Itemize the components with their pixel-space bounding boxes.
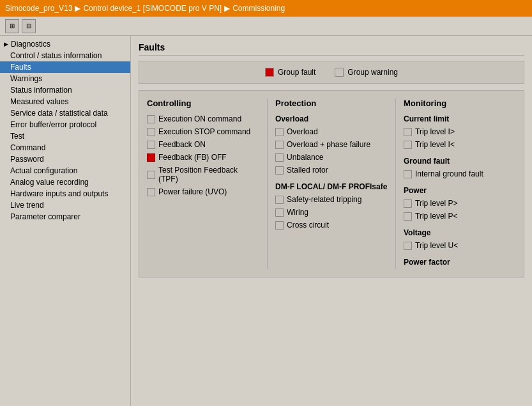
group-warning-label: Group warning — [347, 68, 398, 77]
content-area: Faults Group fault Group warning Control… — [131, 36, 532, 406]
sidebar-item-label: Hardware inputs and outputs — [10, 189, 108, 198]
sidebar-item-actual-configuration[interactable]: Actual configuration — [0, 165, 130, 176]
fault-label-overload: Overload — [287, 127, 318, 136]
sidebar-item-label: Faults — [10, 63, 31, 72]
ground-fault-title: Ground fault — [404, 157, 516, 166]
protection-column: Protection Overload Overload Overload + … — [275, 98, 388, 269]
breadcrumb-sep2: ▶ — [224, 4, 230, 13]
breadcrumb-bar: Simocode_pro_V13 ▶ Control device_1 [SiM… — [0, 0, 532, 17]
sidebar-item-service-data[interactable]: Service data / statistical data — [0, 107, 130, 119]
breadcrumb-part2: Control device_1 [SiMOCODE pro V PN] — [83, 4, 222, 13]
sidebar-item-faults[interactable]: Faults — [0, 61, 130, 73]
overload-subsection-title: Overload — [275, 114, 388, 123]
sidebar-item-measured-values[interactable]: Measured values — [0, 96, 130, 107]
fault-checkbox-exec-on[interactable] — [147, 115, 155, 123]
fault-item-trip-level-u-lt: Trip level U< — [404, 240, 516, 251]
fault-item-test-position: Test Position Feedback (TPF) — [147, 164, 259, 185]
fault-checkbox-safety-tripping[interactable] — [275, 196, 284, 204]
sidebar-item-warnings[interactable]: Warnings — [0, 73, 130, 84]
monitoring-column: Monitoring Current limit Trip level I> T… — [404, 98, 516, 269]
sidebar-item-label: Test — [10, 132, 24, 141]
sidebar-item-password[interactable]: Password — [0, 153, 130, 165]
legend-row: Group fault Group warning — [139, 61, 524, 84]
fault-checkbox-test-position[interactable] — [147, 171, 155, 179]
fault-checkbox-trip-level-p-lt[interactable] — [404, 212, 412, 221]
fault-checkbox-stalled-rotor[interactable] — [275, 166, 284, 175]
sidebar-item-diagnostics[interactable]: ▶ Diagnostics — [0, 38, 130, 50]
fault-item-trip-level-i-lt: Trip level I< — [404, 139, 516, 150]
sidebar-item-error-buffer[interactable]: Error buffer/error protocol — [0, 119, 130, 130]
fault-label-internal-ground-fault: Internal ground fault — [415, 169, 483, 178]
sidebar-item-label: Password — [10, 155, 44, 164]
section-title: Faults — [139, 42, 524, 56]
controlling-column: Controlling Execution ON command Executi… — [147, 98, 259, 269]
toolbar-btn-forward[interactable]: ⊟ — [22, 19, 36, 33]
fault-label-trip-level-p-gt: Trip level P> — [415, 199, 458, 208]
fault-label-cross-circuit: Cross circuit — [287, 221, 329, 230]
fault-checkbox-internal-ground-fault[interactable] — [404, 170, 412, 178]
sidebar-item-label: Actual configuration — [10, 166, 77, 175]
fault-checkbox-exec-stop[interactable] — [147, 128, 155, 136]
sidebar-arrow-icon: ▶ — [4, 41, 8, 47]
fault-label-feedback-off: Feedback (FB) OFF — [158, 153, 227, 162]
sidebar-item-label: Analog value recording — [10, 178, 89, 187]
sidebar-item-live-trend[interactable]: Live trend — [0, 199, 130, 211]
power-factor-title: Power factor — [404, 258, 516, 267]
monitoring-title: Monitoring — [404, 98, 516, 108]
fault-label-trip-level-p-lt: Trip level P< — [415, 212, 458, 221]
fault-label-power-failure: Power failure (UVO) — [158, 187, 227, 196]
sidebar-item-label: Command — [10, 143, 45, 152]
fault-checkbox-cross-circuit[interactable] — [275, 221, 284, 230]
fault-item-stalled-rotor: Stalled rotor — [275, 164, 388, 176]
fault-item-trip-level-i-gt: Trip level I> — [404, 126, 516, 137]
sidebar: ▶ Diagnostics Control / status informati… — [0, 36, 131, 406]
fault-checkbox-overload[interactable] — [275, 128, 284, 136]
fault-item-overload-phase: Overload + phase failure — [275, 139, 388, 150]
fault-label-trip-level-u-lt: Trip level U< — [415, 241, 458, 250]
breadcrumb-sep1: ▶ — [75, 4, 80, 13]
col-divider-2 — [395, 98, 396, 269]
sidebar-item-analog-value[interactable]: Analog value recording — [0, 176, 130, 188]
fault-label-exec-on: Execution ON command — [158, 114, 241, 123]
fault-checkbox-unbalance[interactable] — [275, 153, 284, 162]
sidebar-item-label: Diagnostics — [11, 40, 50, 49]
controlling-title: Controlling — [147, 98, 259, 108]
fault-item-exec-stop: Execution STOP command — [147, 126, 259, 137]
fault-item-unbalance: Unbalance — [275, 152, 388, 163]
fault-checkbox-overload-phase[interactable] — [275, 141, 284, 149]
sidebar-item-test[interactable]: Test — [0, 130, 130, 142]
sidebar-item-label: Status information — [10, 86, 72, 95]
fault-item-feedback-on: Feedback ON — [147, 139, 259, 150]
fault-checkbox-trip-level-u-lt[interactable] — [404, 242, 412, 250]
fault-label-overload-phase: Overload + phase failure — [287, 140, 370, 149]
sidebar-item-hardware-inputs[interactable]: Hardware inputs and outputs — [0, 188, 130, 199]
fault-item-power-failure: Power failure (UVO) — [147, 186, 259, 198]
fault-checkbox-power-failure[interactable] — [147, 188, 155, 196]
main-layout: ▶ Diagnostics Control / status informati… — [0, 36, 532, 406]
fault-checkbox-trip-level-p-gt[interactable] — [404, 199, 412, 208]
fault-checkbox-feedback-off[interactable] — [147, 153, 155, 162]
sidebar-item-control-status[interactable]: Control / status information — [0, 50, 130, 61]
sidebar-item-label: Error buffer/error protocol — [10, 120, 96, 129]
protection-title: Protection — [275, 98, 388, 108]
fault-checkbox-feedback-on[interactable] — [147, 141, 155, 149]
toolbar-btn-back[interactable]: ⊞ — [5, 19, 19, 33]
fault-label-stalled-rotor: Stalled rotor — [287, 166, 328, 175]
fault-label-unbalance: Unbalance — [287, 153, 323, 162]
fault-checkbox-wiring[interactable] — [275, 208, 284, 217]
fault-checkbox-trip-level-i-lt[interactable] — [404, 141, 412, 149]
sidebar-item-status-information[interactable]: Status information — [0, 84, 130, 96]
fault-item-overload: Overload — [275, 126, 388, 137]
sidebar-item-label: Service data / statistical data — [10, 109, 108, 118]
dmf-subsection-title: DM-F LOCAL/ DM-F PROFIsafe — [275, 182, 388, 191]
fault-checkbox-trip-level-i-gt[interactable] — [404, 128, 412, 136]
group-warning-icon — [335, 68, 344, 77]
sidebar-item-parameter-comparer[interactable]: Parameter comparer — [0, 211, 130, 223]
power-title: Power — [404, 186, 516, 195]
fault-label-test-position: Test Position Feedback (TPF) — [158, 166, 259, 183]
fault-label-trip-level-i-lt: Trip level I< — [415, 140, 455, 149]
voltage-title: Voltage — [404, 228, 516, 237]
current-limit-title: Current limit — [404, 114, 516, 123]
sidebar-item-command[interactable]: Command — [0, 142, 130, 153]
group-fault-icon — [265, 68, 274, 77]
